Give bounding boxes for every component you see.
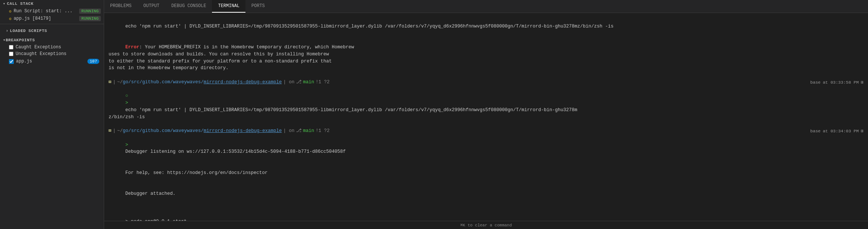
- breakpoints-section: ▾ BREAKPOINTS Caught Exceptions Uncaught…: [0, 36, 104, 65]
- prompt-time-1: at 03:33:58 PM: [823, 79, 859, 86]
- prompt-on-1: | on: [283, 79, 295, 86]
- prompt-branch-2: main: [303, 128, 314, 135]
- prompt-icon-1: ⊞: [109, 79, 112, 86]
- status-bar-text: ⌘K to clear a command: [460, 223, 512, 228]
- tab-problems-label: PROBLEMS: [110, 3, 132, 9]
- cmd-text-2: echo 'npm run start' | DYLD_INSERT_LIBRA…: [109, 107, 577, 120]
- prompt-bracket-2a: |: [113, 128, 116, 135]
- prompt-branch-1: main: [303, 79, 314, 86]
- terminal-line-attached1: Debugger attached.: [109, 183, 864, 204]
- prompt-right-2: base at 03:34:03 PM ⊞: [810, 128, 864, 134]
- loaded-scripts-header[interactable]: › LOADED SCRIPTS: [3, 27, 101, 35]
- breakpoints-header[interactable]: ▾ BREAKPOINTS: [3, 38, 101, 42]
- call-stack-item-run-script[interactable]: ⚙ Run Script: start: ... RUNNING: [0, 7, 104, 15]
- prompt-bracket-1a: |: [113, 79, 116, 86]
- run-script-label: Run Script: start: ...: [14, 9, 76, 14]
- gear-icon-2: ⚙: [9, 16, 12, 21]
- tab-debug-console-label: DEBUG CONSOLE: [171, 3, 206, 9]
- tab-bar: PROBLEMS OUTPUT DEBUG CONSOLE TERMINAL P…: [104, 0, 868, 13]
- terminal-line-debugger1: > Debugger listening on ws://127.0.0.1:5…: [109, 135, 864, 162]
- prompt-end-1: ⊞: [861, 79, 864, 86]
- uncaught-exceptions-item: Uncaught Exceptions: [3, 51, 101, 57]
- app-js-checkbox[interactable]: [9, 59, 14, 64]
- prompt-row-1: ⊞ | ~/go/src/github.com/waveywaves/mirro…: [109, 79, 864, 86]
- prompt-end-2: ⊞: [861, 128, 864, 134]
- prompt-extra-2: !1 ?2: [316, 128, 330, 135]
- sidebar: ▾ CALL STACK ⚙ Run Script: start: ... RU…: [0, 0, 104, 229]
- cmd-arrow-1: >: [125, 100, 131, 106]
- prompt-right-1: base at 03:33:58 PM ⊞: [810, 79, 864, 86]
- prompt-branch-icon-2: ⎇: [296, 128, 302, 135]
- call-stack-header[interactable]: ▾ CALL STACK: [0, 0, 104, 7]
- prompt-row-2: ⊞ | ~/go/src/github.com/waveywaves/mirro…: [109, 128, 864, 135]
- chevron-right-icon: ›: [6, 29, 9, 33]
- tab-ports[interactable]: PORTS: [245, 0, 271, 13]
- terminal-line-nodeapp: > node-app@0.0.1 start: [109, 211, 864, 221]
- call-stack-section: ▾ CALL STACK ⚙ Run Script: start: ... RU…: [0, 0, 104, 22]
- prompt-left-2: ⊞ | ~/go/src/github.com/waveywaves/mirro…: [109, 128, 329, 135]
- loaded-scripts-section: › LOADED SCRIPTS: [0, 26, 104, 36]
- tab-terminal[interactable]: TERMINAL: [212, 0, 245, 13]
- prompt-bracket-1b: ~/go/src/github.com/waveywaves/mirrord-n…: [117, 79, 282, 86]
- terminal-blank-1: [109, 204, 864, 211]
- status-bar: ⌘K to clear a command: [104, 221, 868, 229]
- call-stack-item-app-js[interactable]: ⚙ app.js [84179] RUNNING: [0, 15, 104, 22]
- chevron-down-icon-bp: ▾: [3, 38, 6, 42]
- breakpoints-label: BREAKPOINTS: [6, 38, 35, 42]
- tab-terminal-label: TERMINAL: [218, 3, 239, 9]
- caught-exceptions-checkbox[interactable]: [9, 45, 13, 49]
- tab-output-label: OUTPUT: [144, 3, 160, 9]
- middle-sections: › LOADED SCRIPTS ▾ BREAKPOINTS Caught Ex…: [0, 26, 104, 229]
- app-js-label: app.js [84179]: [14, 16, 76, 21]
- app-js-breakpoint-item: app.js 107: [3, 58, 101, 65]
- app-js-bp-label: app.js: [16, 59, 32, 64]
- uncaught-exceptions-checkbox[interactable]: [9, 52, 13, 56]
- tab-problems[interactable]: PROBLEMS: [104, 0, 138, 13]
- separator-1: [0, 24, 104, 24]
- terminal-line-error: Error: Your HOMEBREW_PREFIX is in the Ho…: [109, 37, 864, 79]
- uncaught-exceptions-label: Uncaught Exceptions: [16, 51, 67, 57]
- terminal-line-cmd2: ○ > echo 'npm run start' | DYLD_INSERT_L…: [109, 86, 864, 128]
- tab-debug-console[interactable]: DEBUG CONSOLE: [165, 0, 212, 13]
- terminal-line-help1: For help, see: https://nodejs.org/en/doc…: [109, 162, 864, 183]
- gear-icon: ⚙: [9, 9, 12, 14]
- chevron-down-icon: ▾: [3, 1, 6, 6]
- tab-output[interactable]: OUTPUT: [138, 0, 165, 13]
- tab-ports-label: PORTS: [251, 3, 265, 9]
- prompt-base-2: base: [810, 128, 821, 134]
- prompt-icon-2: ⊞: [109, 128, 112, 135]
- prompt-branch-icon-1: ⎇: [296, 79, 302, 86]
- prompt-left-1: ⊞ | ~/go/src/github.com/waveywaves/mirro…: [109, 79, 329, 86]
- debugger-text-1: Debugger listening on ws://127.0.0.1:535…: [125, 149, 346, 154]
- terminal-content[interactable]: echo 'npm run start' | DYLD_INSERT_LIBRA…: [104, 13, 868, 221]
- prompt-base-1: base: [810, 79, 821, 86]
- app-js-running-badge: RUNNING: [79, 16, 101, 21]
- prompt-on-2: | on: [283, 128, 295, 135]
- terminal-text-1: echo 'npm run start' | DYLD_INSERT_LIBRA…: [125, 24, 614, 29]
- prompt-time-2: at 03:34:03 PM: [823, 128, 859, 134]
- prompt-path-2: ~/go/src/github.com/waveywaves/mirrord-n…: [117, 128, 282, 135]
- error-body: : Your HOMEBREW_PREFIX is in the Homebre…: [109, 45, 354, 71]
- loaded-scripts-label: LOADED SCRIPTS: [10, 29, 47, 33]
- prompt-extra-1: !1 ?2: [316, 79, 330, 86]
- caught-exceptions-label: Caught Exceptions: [16, 45, 61, 50]
- main-panel: PROBLEMS OUTPUT DEBUG CONSOLE TERMINAL P…: [104, 0, 868, 229]
- caught-exceptions-item: Caught Exceptions: [3, 44, 101, 51]
- terminal-line-1: echo 'npm run start' | DYLD_INSERT_LIBRA…: [109, 16, 864, 37]
- cmd-arrow-2: >: [125, 142, 131, 148]
- call-stack-label: CALL STACK: [7, 1, 34, 6]
- run-script-badge: RUNNING: [79, 9, 101, 14]
- attached-text-1: Debugger attached.: [125, 191, 176, 196]
- cmd-circle-1: ○: [125, 93, 131, 99]
- help-text-1: For help, see: https://nodejs.org/en/doc…: [125, 170, 268, 175]
- error-label: Error: [125, 45, 139, 50]
- app-js-count-badge: 107: [87, 59, 99, 64]
